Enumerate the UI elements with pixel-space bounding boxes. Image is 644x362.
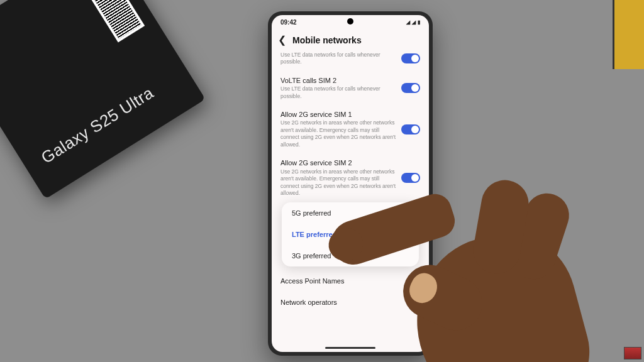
index-finger [326,190,459,270]
wifi-icon: ◢ [406,19,410,25]
channel-badge [624,347,641,359]
setting-desc: Use LTE data networks for calls whenever… [280,85,396,100]
setting-volte-sim2[interactable]: VoLTE calls SIM 2 Use LTE data networks … [272,71,429,105]
status-time: 09:42 [280,19,297,26]
setting-title: Allow 2G service SIM 1 [280,110,396,119]
setting-title: VoLTE calls SIM 2 [280,76,396,85]
thumb-nail [405,269,441,307]
toggle-allow2g-sim1[interactable] [401,124,420,134]
product-box: Galaxy S25 Ultra [0,0,206,199]
toggle-volte-sim1[interactable] [401,53,420,63]
setting-desc: Use LTE data networks for calls whenever… [280,52,396,66]
battery-icon: ▮ [418,19,420,25]
signal-icon: ◢ [412,19,416,25]
setting-desc: Use 2G networks in areas where other net… [280,119,396,148]
setting-allow2g-sim1[interactable]: Allow 2G service SIM 1 Use 2G networks i… [272,105,429,153]
page-title: Mobile networks [292,35,362,45]
yellow-object [613,0,644,69]
status-icons: ◢ ◢ ▮ [406,19,420,25]
product-box-label: Galaxy S25 Ultra [38,83,157,168]
back-icon[interactable]: ❮ [278,34,286,46]
setting-volte-sim1[interactable]: Use LTE data networks for calls whenever… [272,51,429,71]
page-header: ❮ Mobile networks [272,29,429,51]
index-nail [330,230,360,260]
hand [317,161,581,362]
barcode-sticker [78,0,145,43]
status-bar: 09:42 ◢ ◢ ▮ [272,15,429,29]
toggle-volte-sim2[interactable] [401,83,420,93]
camera-hole [347,18,353,25]
